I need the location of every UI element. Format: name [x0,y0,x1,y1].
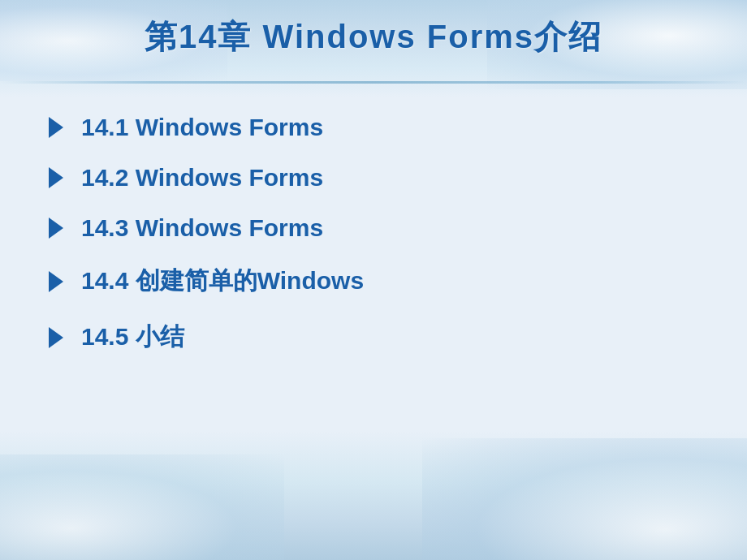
list-item: 14.5 小结 [49,321,698,354]
slide-title: 第14章 Windows Forms介绍 [145,19,602,54]
item-label-3: 14.3 Windows Forms [81,214,323,242]
arrow-icon [49,327,63,348]
item-label-1: 14.1 Windows Forms [81,114,323,141]
item-label-5: 14.5 小结 [81,321,184,354]
arrow-icon [49,167,63,188]
arrow-icon [49,271,63,292]
arrow-icon [49,117,63,138]
list-item: 14.4 创建简单的Windows [49,265,698,298]
content-area: 14.1 Windows Forms 14.2 Windows Forms 14… [49,114,698,377]
cloud-bottom-right [422,438,747,560]
list-item: 14.2 Windows Forms [49,164,698,192]
slide: 第14章 Windows Forms介绍 14.1 Windows Forms … [0,0,747,560]
list-item: 14.3 Windows Forms [49,214,698,242]
top-separator [0,81,747,84]
cloud-bottom-left [0,454,284,560]
list-item: 14.1 Windows Forms [49,114,698,141]
item-label-2: 14.2 Windows Forms [81,164,323,192]
title-area: 第14章 Windows Forms介绍 [0,15,747,59]
arrow-icon [49,218,63,239]
item-label-4: 14.4 创建简单的Windows [81,265,364,298]
